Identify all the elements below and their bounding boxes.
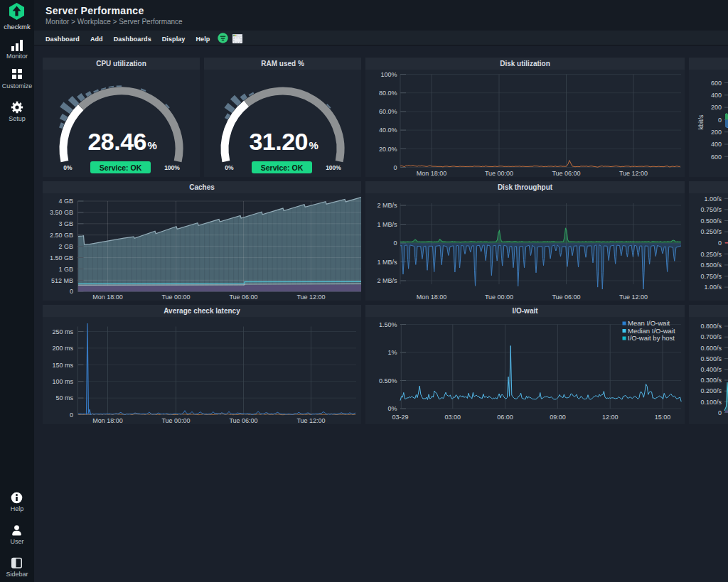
svg-text:250 ms: 250 ms: [52, 328, 73, 335]
svg-text:1 MB/s: 1 MB/s: [377, 221, 397, 228]
svg-text:0: 0: [393, 239, 397, 247]
svg-text:0.300/s: 0.300/s: [700, 377, 722, 384]
svg-text:0.250/s: 0.250/s: [700, 228, 722, 235]
svg-text:200 ms: 200 ms: [52, 345, 73, 352]
svg-text:100%: 100%: [326, 164, 341, 171]
svg-text:Tue 12:00: Tue 12:00: [619, 170, 648, 177]
svg-text:400: 400: [711, 92, 722, 99]
svg-text:06:00: 06:00: [497, 414, 513, 421]
svg-text:12:00: 12:00: [602, 414, 619, 421]
svg-text:0.100/s: 0.100/s: [700, 399, 722, 406]
svg-text:Service: OK: Service: OK: [100, 163, 142, 172]
svg-text:Tue 12:00: Tue 12:00: [296, 417, 325, 424]
svg-text:Tue 06:00: Tue 06:00: [229, 417, 257, 424]
svg-text:03:00: 03:00: [445, 414, 461, 421]
svg-text:1 MB/s: 1 MB/s: [377, 259, 397, 266]
svg-text:3 GB: 3 GB: [58, 220, 73, 227]
svg-text:Mean I/O-wait: Mean I/O-wait: [628, 319, 670, 327]
svg-text:2 GB: 2 GB: [58, 243, 73, 250]
svg-text:0%: 0%: [387, 405, 397, 412]
svg-text:Tue 06:00: Tue 06:00: [229, 293, 257, 301]
svg-text:600: 600: [711, 80, 722, 87]
svg-text:Mon 18:00: Mon 18:00: [92, 417, 123, 424]
svg-text:100%: 100%: [164, 164, 180, 171]
svg-text:0.750/s: 0.750/s: [700, 273, 722, 280]
svg-text:0: 0: [718, 239, 722, 247]
svg-text:0%: 0%: [225, 164, 234, 171]
svg-text:Tue 00:00: Tue 00:00: [161, 417, 190, 424]
svg-text:200: 200: [711, 104, 722, 111]
svg-text:0%: 0%: [63, 164, 73, 171]
svg-text:Tue 06:00: Tue 06:00: [552, 170, 580, 177]
svg-text:0: 0: [393, 164, 397, 171]
svg-text:0.500/s: 0.500/s: [700, 355, 722, 362]
svg-text:400: 400: [711, 141, 722, 148]
svg-text:28.46: 28.46: [87, 128, 146, 155]
svg-text:Tue 00:00: Tue 00:00: [161, 293, 190, 301]
svg-text:80.0%: 80.0%: [379, 90, 397, 97]
svg-text:512 MB: 512 MB: [51, 277, 73, 284]
svg-text:0.200/s: 0.200/s: [700, 387, 722, 394]
svg-text:Mon 18:00: Mon 18:00: [92, 293, 123, 301]
svg-text:100 ms: 100 ms: [52, 378, 73, 385]
svg-text:60.0%: 60.0%: [379, 108, 397, 115]
svg-text:2 MB/s: 2 MB/s: [377, 277, 397, 284]
svg-text:Mon 18:00: Mon 18:00: [417, 170, 447, 177]
svg-text:kbit/s: kbit/s: [697, 114, 705, 130]
svg-text:0.50%: 0.50%: [379, 377, 397, 384]
svg-text:Tue 00:00: Tue 00:00: [485, 170, 513, 177]
svg-text:I/O-wait by host: I/O-wait by host: [628, 334, 675, 342]
svg-text:3.50 GB: 3.50 GB: [50, 209, 73, 216]
svg-text:100%: 100%: [380, 71, 397, 78]
svg-text:1.00/s: 1.00/s: [704, 195, 722, 203]
svg-text:0.400/s: 0.400/s: [700, 366, 722, 373]
svg-text:Tue 06:00: Tue 06:00: [552, 293, 580, 301]
svg-text:Tue 12:00: Tue 12:00: [619, 293, 648, 301]
svg-text:200: 200: [711, 129, 722, 136]
svg-text:Tue 00:00: Tue 00:00: [485, 293, 513, 301]
svg-text:Median I/O-wait: Median I/O-wait: [628, 327, 675, 335]
svg-text:03-29: 03-29: [392, 414, 408, 421]
svg-text:1%: 1%: [387, 349, 397, 356]
svg-text:0.600/s: 0.600/s: [700, 345, 722, 352]
svg-text:0.700/s: 0.700/s: [700, 333, 722, 340]
svg-text:600: 600: [711, 153, 722, 161]
svg-text:1.50%: 1.50%: [379, 321, 397, 328]
svg-text:09:00: 09:00: [550, 414, 566, 421]
svg-text:1 GB: 1 GB: [58, 266, 73, 273]
svg-text:0.250/s: 0.250/s: [700, 251, 722, 258]
svg-text:2 MB/s: 2 MB/s: [377, 202, 397, 209]
svg-text:0: 0: [70, 288, 73, 295]
svg-text:1.50 GB: 1.50 GB: [50, 254, 73, 262]
svg-text:Tue 12:00: Tue 12:00: [296, 293, 325, 301]
svg-text:15:00: 15:00: [655, 414, 671, 421]
svg-text:0: 0: [70, 411, 73, 419]
svg-text:Mon 18:00: Mon 18:00: [417, 293, 447, 301]
svg-text:40.0%: 40.0%: [379, 126, 397, 134]
svg-text:0: 0: [718, 117, 722, 124]
svg-text:0.750/s: 0.750/s: [700, 206, 722, 213]
svg-text:Service: OK: Service: OK: [261, 163, 304, 172]
svg-text:0.500/s: 0.500/s: [700, 217, 722, 225]
svg-text:%: %: [148, 139, 157, 151]
svg-text:2.50 GB: 2.50 GB: [50, 232, 73, 239]
svg-text:0: 0: [718, 409, 722, 416]
svg-text:0.800/s: 0.800/s: [700, 323, 722, 330]
svg-text:31.20: 31.20: [249, 128, 308, 155]
svg-text:0.500/s: 0.500/s: [700, 262, 722, 269]
svg-text:20.0%: 20.0%: [379, 146, 397, 153]
svg-text:150 ms: 150 ms: [52, 362, 73, 369]
svg-text:1.00/s: 1.00/s: [704, 284, 722, 291]
svg-text:50 ms: 50 ms: [55, 394, 73, 402]
svg-text:%: %: [309, 139, 318, 151]
svg-text:4 GB: 4 GB: [58, 198, 73, 205]
